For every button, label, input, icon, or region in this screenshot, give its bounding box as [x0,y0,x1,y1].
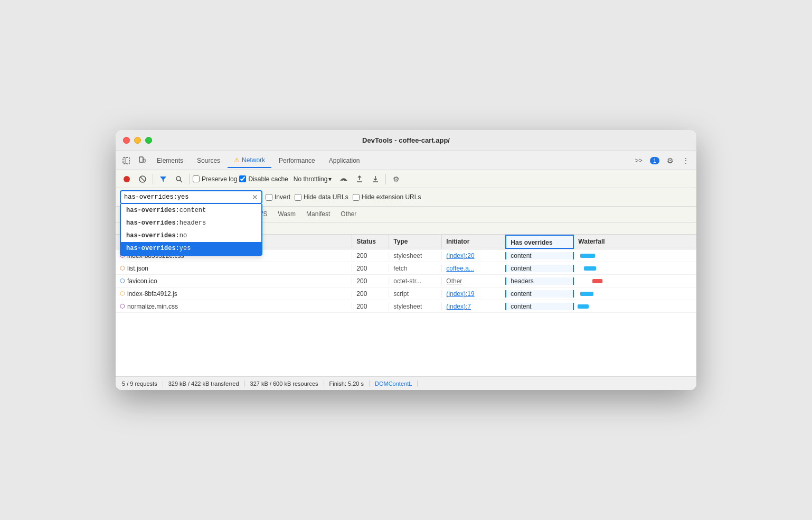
network-conditions-icon[interactable] [337,172,351,186]
tab-network[interactable]: ⚠ Network [228,153,271,168]
dropdown-item-no[interactable]: has-overrides:no [121,229,261,242]
statusbar-transfer: 329 kB / 422 kB transferred [163,380,245,387]
statusbar-domcontent: DOMContentL [370,380,418,387]
dropdown-item-yes[interactable]: has-overrides:yes [121,242,261,255]
row-waterfall [574,275,696,287]
record-button[interactable] [120,172,134,186]
filter-options: Invert Hide data URLs Hide extension URL… [266,193,421,201]
statusbar: 5 / 9 requests 329 kB / 422 kB transferr… [116,376,696,390]
search-icon[interactable] [172,172,186,186]
file-icon-ico: ⬡ [120,277,125,284]
network-toolbar: Preserve log Disable cache No throttling… [116,170,696,188]
type-tab-wasm[interactable]: Wasm [272,207,301,222]
row-status: 200 [352,303,389,310]
settings-icon[interactable]: ⚙ [663,153,677,168]
tab-sources[interactable]: Sources [191,153,226,168]
row-initiator[interactable]: (index):19 [442,290,505,298]
tab-application[interactable]: Application [323,153,366,168]
row-name-json: ⬡ list.json [116,265,352,272]
statusbar-resources: 327 kB / 600 kB resources [245,380,324,387]
invert-checkbox[interactable]: Invert [266,193,290,201]
dropdown-item-content[interactable]: has-overrides:content [121,204,261,217]
header-initiator[interactable]: Initiator [442,235,505,249]
file-icon-css-2: ⬡ [120,303,125,310]
header-type[interactable]: Type [389,235,442,249]
row-overrides: content [505,303,574,310]
tab-more[interactable]: >> [629,153,649,168]
header-status[interactable]: Status [352,235,389,249]
traffic-lights [123,137,152,144]
row-overrides: content [505,290,574,298]
filter-input[interactable] [124,193,252,201]
svg-point-7 [176,177,181,181]
network-table: Name Status Type Initiator Has overrides… [116,235,696,376]
minimize-button[interactable] [134,137,141,144]
tab-performance[interactable]: Performance [272,153,322,168]
filter-bar: ✕ has-overrides:content has-overrides:he… [116,188,696,207]
domcontent-link[interactable]: DOMContentL [375,380,412,387]
svg-point-4 [124,176,130,182]
devtools-tabbar: Elements Sources ⚠ Network Performance A… [116,151,696,170]
row-waterfall [574,262,696,274]
filter-input-wrapper: ✕ [120,190,262,204]
file-icon-json: ⬡ [120,265,125,272]
maximize-button[interactable] [145,137,152,144]
header-overrides[interactable]: Has overrides [505,235,574,249]
titlebar: DevTools - coffee-cart.app/ [116,130,696,151]
window-title: DevTools - coffee-cart.app/ [362,136,450,144]
row-waterfall [574,300,696,312]
header-waterfall[interactable]: Waterfall [574,235,696,249]
row-type: stylesheet [389,252,442,259]
device-icon[interactable] [135,153,149,168]
table-row[interactable]: ⬡ index-8bfa4912.js 200 script (index):1… [116,287,696,300]
type-tab-other[interactable]: Other [335,207,362,222]
console-badge[interactable]: 1 [650,157,659,164]
row-name-mincss: ⬡ normalize.min.css [116,303,352,310]
row-name-ico: ⬡ favicon.ico [116,277,352,285]
more-options-icon[interactable]: ⋮ [678,153,693,168]
upload-icon[interactable] [353,172,366,186]
row-name-js: ⬡ index-8bfa4912.js [116,290,352,298]
table-row[interactable]: ⬡ favicon.ico 200 octet-str... Other hea… [116,275,696,287]
disable-cache-checkbox[interactable]: Disable cache [239,175,288,183]
svg-rect-0 [123,157,129,164]
type-tab-manifest[interactable]: Manifest [301,207,335,222]
table-row[interactable]: ⬡ normalize.min.css 200 stylesheet (inde… [116,300,696,313]
tab-elements[interactable]: Elements [150,153,190,168]
file-icon-js: ⬡ [120,290,125,297]
svg-line-8 [180,180,182,182]
row-status: 200 [352,265,389,272]
hide-data-urls-checkbox[interactable]: Hide data URLs [295,193,348,201]
throttle-select[interactable]: No throttling ▾ [290,174,335,184]
filter-clear-button[interactable]: ✕ [252,193,258,201]
svg-line-6 [140,177,145,181]
row-type: fetch [389,265,442,272]
row-type: script [389,290,442,298]
download-icon[interactable] [369,172,382,186]
row-status: 200 [352,252,389,259]
row-overrides: content [505,252,574,259]
warning-icon: ⚠ [234,156,240,164]
settings-icon-toolbar[interactable]: ⚙ [389,172,403,186]
row-overrides: content [505,265,574,272]
row-initiator[interactable]: (index):20 [442,252,505,259]
statusbar-requests: 5 / 9 requests [122,380,163,387]
dropdown-item-headers[interactable]: has-overrides:headers [121,217,261,229]
row-initiator: Other [442,277,505,285]
row-status: 200 [352,290,389,298]
clear-button[interactable] [136,172,149,186]
row-initiator[interactable]: coffee.a... [442,265,505,272]
inspect-icon[interactable] [119,153,134,168]
table-empty-space [116,313,696,376]
row-initiator[interactable]: (index):7 [442,303,505,310]
close-button[interactable] [123,137,130,144]
table-row[interactable]: ⬡ list.json 200 fetch coffee.a... conten… [116,262,696,275]
filter-dropdown: has-overrides:content has-overrides:head… [120,204,262,256]
hide-ext-urls-checkbox[interactable]: Hide extension URLs [353,193,421,201]
preserve-log-checkbox[interactable]: Preserve log [193,175,237,183]
devtools-window: DevTools - coffee-cart.app/ Elements Sou… [116,130,696,390]
statusbar-finish: Finish: 5.20 s [324,380,370,387]
row-waterfall [574,287,696,300]
filter-icon[interactable] [156,172,170,186]
row-type: stylesheet [389,303,442,310]
